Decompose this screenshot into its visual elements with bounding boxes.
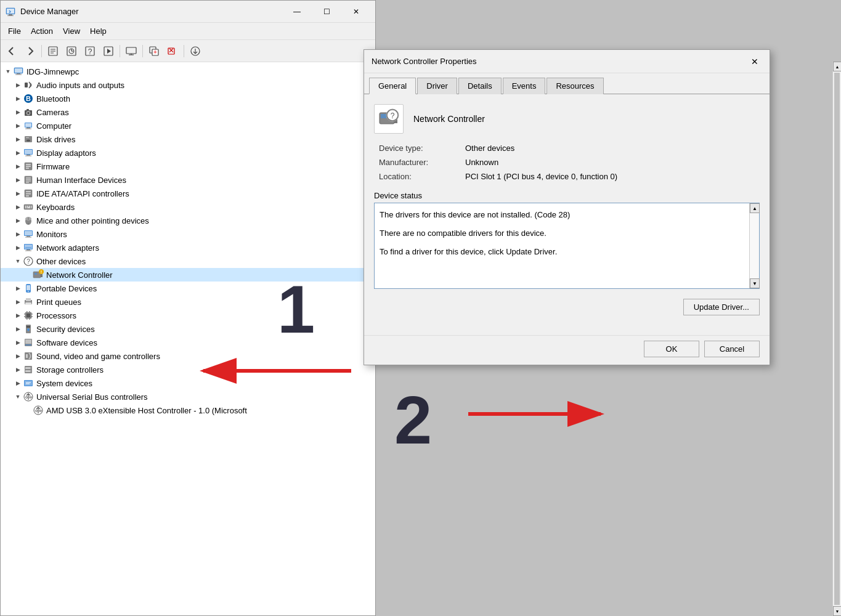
expand-icon-firmware: ▶ <box>13 161 23 171</box>
main-scroll-down[interactable]: ▼ <box>833 606 841 616</box>
status-scrollbar: ▲ ▼ <box>749 203 759 288</box>
tree-item-bluetooth[interactable]: ▶ B Bluetooth <box>1 92 375 105</box>
add-button[interactable]: + <box>145 43 163 60</box>
computer-device-icon <box>23 120 34 131</box>
display-button[interactable] <box>123 43 140 60</box>
tree-item-keyboards[interactable]: ▶ Keyboards <box>1 200 375 214</box>
main-scroll-up[interactable]: ▲ <box>833 62 841 71</box>
remove-button[interactable]: ✕ <box>164 43 181 60</box>
svg-rect-67 <box>27 208 30 209</box>
update-button[interactable] <box>63 43 80 60</box>
tree-label-display: Display adaptors <box>36 148 96 158</box>
tree-item-other[interactable]: ▼ ? Other devices <box>1 254 375 268</box>
firmware-icon <box>23 161 34 172</box>
tab-details[interactable]: Details <box>458 78 502 94</box>
svg-rect-65 <box>31 206 32 207</box>
tree-label-hid: Human Interface Devices <box>36 176 126 185</box>
tree-item-sound[interactable]: ▶ Sound, video and game controllers <box>1 349 375 363</box>
expand-icon-bluetooth: ▶ <box>13 94 23 103</box>
tree-item-root[interactable]: ▼ IDG-Jimnewpc <box>1 65 375 78</box>
tree-item-portable[interactable]: ▶ Portable Devices <box>1 282 375 295</box>
tab-resources[interactable]: Resources <box>546 78 603 94</box>
tree-item-mice[interactable]: ▶ Mice and other pointing devices <box>1 214 375 227</box>
menu-file[interactable]: File <box>3 25 26 38</box>
svg-rect-59 <box>26 193 31 195</box>
properties-button[interactable] <box>44 43 62 60</box>
svg-rect-28 <box>17 73 20 75</box>
tree-item-software[interactable]: ▶ Software devices <box>1 336 375 349</box>
svg-rect-80 <box>26 249 30 251</box>
storage-icon <box>23 364 34 375</box>
expand-icon-display: ▶ <box>13 148 23 158</box>
tab-driver[interactable]: Driver <box>417 78 457 94</box>
tree-item-processors[interactable]: ▶ Processors <box>1 309 375 322</box>
tree-item-cameras[interactable]: ▶ Cameras <box>1 105 375 119</box>
tree-label-ide: IDE ATA/ATAPI controllers <box>36 189 129 198</box>
software-icon <box>23 337 34 348</box>
keyboard-icon <box>23 201 34 213</box>
tree-item-network[interactable]: ▶ Network adapters <box>1 241 375 254</box>
ok-button[interactable]: OK <box>644 341 699 357</box>
sound-icon <box>23 351 34 362</box>
help-button[interactable]: ? <box>81 43 99 60</box>
menu-view[interactable]: View <box>58 25 85 38</box>
expand-icon-usb: ▼ <box>13 392 23 402</box>
back-button[interactable] <box>3 43 20 60</box>
scroll-down-btn[interactable]: ▼ <box>750 278 760 288</box>
download-button[interactable] <box>187 43 204 60</box>
tree-item-monitors[interactable]: ▶ Monitors <box>1 227 375 241</box>
tab-general[interactable]: General <box>369 78 416 94</box>
svg-rect-126 <box>30 397 31 398</box>
tree-item-disk[interactable]: ▶ Disk drives <box>1 132 375 146</box>
svg-text:✕: ✕ <box>168 46 174 55</box>
svg-rect-75 <box>26 236 30 237</box>
cancel-button[interactable]: Cancel <box>704 341 760 357</box>
tree-item-print[interactable]: ▶ Print queues <box>1 295 375 309</box>
tree-label-network: Network adapters <box>36 243 99 253</box>
expand-icon-mice: ▶ <box>13 216 23 225</box>
tree-item-ide[interactable]: ▶ IDE ATA/ATAPI controllers <box>1 187 375 200</box>
menu-help[interactable]: Help <box>85 25 112 38</box>
tree-label-root: IDG-Jimnewpc <box>26 67 79 76</box>
scroll-up-btn[interactable]: ▲ <box>750 203 760 213</box>
manufacturer-value: Unknown <box>465 158 760 167</box>
computer-icon <box>13 66 24 77</box>
minimize-button[interactable]: — <box>283 4 311 19</box>
tree-item-firmware[interactable]: ▶ Firmware <box>1 160 375 173</box>
expand-icon-ide: ▶ <box>13 188 23 198</box>
tab-events[interactable]: Events <box>503 78 546 94</box>
dialog-close-button[interactable]: ✕ <box>747 54 762 69</box>
tree-item-storage[interactable]: ▶ Storage controllers <box>1 363 375 376</box>
tree-label-other: Other devices <box>36 257 86 266</box>
menu-action[interactable]: Action <box>26 25 58 38</box>
expand-icon-keyboards: ▶ <box>13 202 23 212</box>
tree-label-audio: Audio inputs and outputs <box>36 81 124 90</box>
tree-item-computer[interactable]: ▶ Computer <box>1 119 375 132</box>
svg-rect-103 <box>29 311 30 312</box>
device-type-value: Other devices <box>465 144 760 153</box>
tree-item-usb[interactable]: ▼ Universal Serial Bus controllers <box>1 390 375 403</box>
tree-item-hid[interactable]: ▶ Human Interface Devices <box>1 173 375 187</box>
svg-rect-104 <box>26 318 28 320</box>
tree-item-netcontroller[interactable]: ▶ ! Network Controller <box>1 268 375 282</box>
update-driver-row: Update Driver... <box>374 299 760 315</box>
svg-rect-101 <box>31 316 33 317</box>
maximize-button[interactable]: ☐ <box>312 4 341 19</box>
tree-label-mice: Mice and other pointing devices <box>36 216 149 225</box>
update-driver-button[interactable]: Update Driver... <box>683 299 760 315</box>
status-line-1: The drivers for this device are not inst… <box>380 208 747 222</box>
forward-button[interactable] <box>22 43 39 60</box>
expand-icon-sound: ▶ <box>13 351 23 361</box>
tree-item-system[interactable]: ▶ System devices <box>1 376 375 390</box>
tree-label-keyboards: Keyboards <box>36 203 75 212</box>
run-button[interactable] <box>100 43 117 60</box>
main-scrollbar: ▲ ▼ <box>832 62 841 616</box>
tree-item-amd-usb[interactable]: ▶ AMD USB 3.0 eXtensible Host Controller… <box>1 403 375 417</box>
svg-point-42 <box>26 140 30 142</box>
tree-item-audio[interactable]: ▶ Audio inputs and outputs <box>1 78 375 92</box>
device-tree[interactable]: ▼ IDG-Jimnewpc ▶ Audio in <box>1 62 375 615</box>
svg-rect-78 <box>25 245 32 249</box>
close-button[interactable]: ✕ <box>342 4 370 19</box>
tree-item-display[interactable]: ▶ Display adaptors <box>1 146 375 160</box>
tree-item-security[interactable]: ▶ Security devices <box>1 322 375 336</box>
